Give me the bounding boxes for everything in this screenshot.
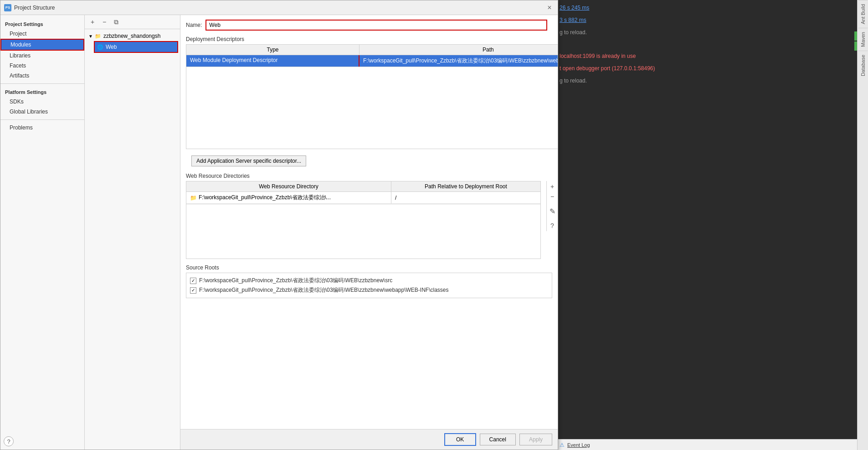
- wrd-col2-header: Path Relative to Deployment Root: [391, 181, 540, 191]
- web-resource-area: Web Resource Directory Path Relative to …: [180, 181, 558, 259]
- web-resource-header: Web Resource Directories: [180, 171, 558, 181]
- add-descriptor-btn-wrapper: Add Application Server specific descript…: [180, 151, 558, 171]
- wrd-cell-relpath-0: /: [391, 193, 540, 203]
- source-root-path-0: F:\workspaceGit_pull\Province_Zzbzb\省政法委…: [199, 277, 392, 284]
- tree-node-web-label: Web: [106, 44, 117, 50]
- tree-copy-button[interactable]: ⧉: [111, 17, 121, 27]
- deployment-descriptors-header: Deployment Descriptors: [180, 34, 558, 44]
- descriptor-area: Type Path Web Module Deployment Descript…: [180, 44, 558, 149]
- web-resource-right-toolbar: + − ✎ ?: [546, 181, 558, 231]
- database-tab[interactable]: Database: [858, 51, 868, 80]
- descriptor-cell-type-0: Web Module Deployment Descriptor: [186, 55, 360, 67]
- source-roots-section: Source Roots ✓ F:\workspaceGit_pull\Prov…: [180, 261, 558, 300]
- tree-panel: + − ⧉ ▼ 📁 zzbzbnew_shandongsh 🌐 Web: [85, 15, 180, 450]
- tree-add-button[interactable]: +: [87, 17, 98, 27]
- wrd-edit-button[interactable]: ✎: [548, 207, 557, 216]
- log-text-3: g to reload.: [560, 29, 587, 36]
- tree-arrow-root: ▼: [88, 34, 93, 39]
- ant-build-tab[interactable]: Ant Build: [858, 0, 868, 28]
- sidebar-divider-2: [0, 119, 84, 120]
- descriptor-table: Type Path Web Module Deployment Descript…: [186, 44, 558, 67]
- web-resource-table: Web Resource Directory Path Relative to …: [186, 181, 541, 204]
- ok-button[interactable]: OK: [444, 433, 476, 446]
- source-roots-header: Source Roots: [186, 263, 552, 273]
- wrd-dir-text-0: F:\workspaceGit_pull\Province_Zzbzb\省政法委…: [199, 194, 331, 202]
- folder-icon: 📁: [94, 32, 102, 40]
- tree-node-web[interactable]: 🌐 Web: [94, 41, 178, 53]
- name-row: Name:: [180, 15, 558, 34]
- modal-title-icon: PS: [4, 4, 11, 11]
- descriptor-col-path-header: Path: [360, 45, 558, 55]
- web-resource-main: Web Resource Directory Path Relative to …: [180, 181, 546, 259]
- sidebar-item-artifacts[interactable]: Artifacts: [0, 71, 84, 81]
- source-root-item-1: ✓ F:\workspaceGit_pull\Province_Zzbzb\省政…: [190, 285, 548, 295]
- web-icon: 🌐: [97, 43, 104, 51]
- event-log-label[interactable]: Event Log: [567, 442, 590, 448]
- tree-remove-button[interactable]: −: [99, 17, 109, 27]
- source-root-item-0: ✓ F:\workspaceGit_pull\Province_Zzbzb\省政…: [190, 276, 548, 285]
- modal-title-bar: PS Project Structure ×: [0, 0, 558, 15]
- close-button[interactable]: ×: [545, 3, 554, 12]
- sidebar-divider-1: [0, 83, 84, 84]
- sidebar-item-libraries[interactable]: Libraries: [0, 51, 84, 61]
- modal-title-text: Project Structure: [14, 5, 545, 11]
- descriptor-main: Type Path Web Module Deployment Descript…: [180, 44, 558, 149]
- web-resource-empty-area: [186, 204, 541, 259]
- sidebar-item-problems[interactable]: Problems: [0, 123, 84, 133]
- tree-content: ▼ 📁 zzbzbnew_shandongsh 🌐 Web: [85, 29, 180, 450]
- sidebar-item-global-libraries[interactable]: Global Libraries: [0, 107, 84, 117]
- wrd-minus-button[interactable]: −: [548, 192, 557, 201]
- log-link-2[interactable]: 3 s 882 ms: [560, 17, 586, 23]
- cancel-button[interactable]: Cancel: [480, 434, 516, 445]
- maven-tab[interactable]: Maven: [858, 28, 868, 51]
- tree-node-root[interactable]: ▼ 📁 zzbzbnew_shandongsh: [87, 31, 178, 41]
- source-root-checkbox-0[interactable]: ✓: [190, 278, 196, 284]
- platform-settings-header: Platform Settings: [0, 87, 84, 97]
- descriptor-table-header: Type Path: [186, 45, 558, 55]
- wrd-cell-dir-0: 📁 F:\workspaceGit_pull\Province_Zzbzb\省政…: [186, 192, 391, 203]
- tree-toolbar: + − ⧉: [85, 15, 180, 29]
- sidebar: Project Settings Project Modules Librari…: [0, 15, 85, 450]
- project-structure-dialog: PS Project Structure × Project Settings …: [0, 0, 558, 450]
- name-label: Name:: [186, 22, 202, 28]
- descriptor-empty-area: [186, 67, 558, 149]
- help-button[interactable]: ?: [4, 436, 14, 446]
- descriptor-row-0[interactable]: Web Module Deployment Descriptor F:\work…: [186, 55, 558, 67]
- web-resource-table-header: Web Resource Directory Path Relative to …: [186, 181, 540, 192]
- wrd-question-button[interactable]: ?: [548, 221, 557, 230]
- sidebar-item-modules[interactable]: Modules: [0, 39, 84, 51]
- name-input[interactable]: [205, 20, 547, 31]
- source-root-path-1: F:\workspaceGit_pull\Province_Zzbzb\省政法委…: [199, 286, 449, 294]
- log-link-1[interactable]: 26 s 245 ms: [560, 5, 589, 11]
- footer: OK Cancel Apply: [180, 429, 558, 450]
- log-error-2: t open debugger port (127.0.0.1:58496): [560, 65, 655, 72]
- log-error-1: localhost:1099 is already in use: [560, 53, 636, 59]
- main-content: Name: Deployment Descriptors Type Path: [180, 15, 558, 450]
- add-descriptor-button[interactable]: Add Application Server specific descript…: [191, 155, 306, 166]
- project-settings-header: Project Settings: [0, 19, 84, 29]
- source-root-checkbox-1[interactable]: ✓: [190, 287, 196, 294]
- source-roots-box: ✓ F:\workspaceGit_pull\Province_Zzbzb\省政…: [186, 273, 552, 298]
- wrd-col1-header: Web Resource Directory: [186, 181, 391, 191]
- wrd-folder-icon: 📁: [190, 195, 197, 201]
- modal-body: Project Settings Project Modules Librari…: [0, 15, 558, 450]
- sidebar-item-facets[interactable]: Facets: [0, 61, 84, 71]
- sidebar-item-sdks[interactable]: SDKs: [0, 97, 84, 107]
- web-resource-row-0[interactable]: 📁 F:\workspaceGit_pull\Province_Zzbzb\省政…: [186, 192, 540, 204]
- sidebar-item-project[interactable]: Project: [0, 29, 84, 39]
- tree-node-root-label: zzbzbnew_shandongsh: [103, 33, 160, 39]
- wrd-plus-button[interactable]: +: [548, 182, 557, 191]
- log-text-4: g to reload.: [560, 78, 587, 84]
- apply-button[interactable]: Apply: [519, 434, 552, 445]
- descriptor-col-type-header: Type: [186, 45, 360, 55]
- descriptor-cell-path-0: F:\workspaceGit_pull\Province_Zzbzb\省政法委…: [360, 55, 558, 67]
